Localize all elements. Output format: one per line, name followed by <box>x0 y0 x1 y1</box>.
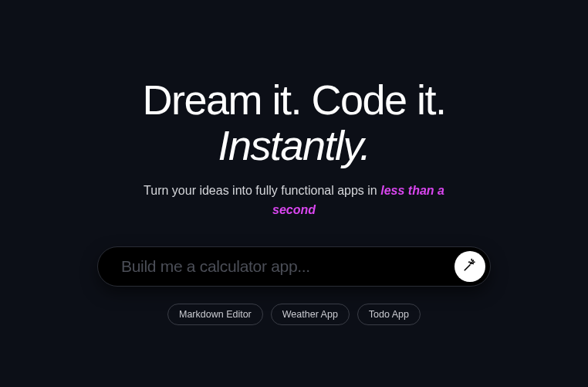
chip-weather-app[interactable]: Weather App <box>271 304 350 325</box>
prompt-bar[interactable] <box>97 246 491 287</box>
chip-todo-app[interactable]: Todo App <box>357 304 421 325</box>
headline-line-2: Instantly. <box>142 123 445 168</box>
headline-line-1: Dream it. Code it. <box>142 76 445 123</box>
subline-text: Turn your ideas into fully functional ap… <box>144 184 380 197</box>
page-title: Dream it. Code it. Instantly. <box>142 77 445 168</box>
magic-wand-icon <box>463 258 477 274</box>
chip-markdown-editor[interactable]: Markdown Editor <box>167 304 263 325</box>
subline: Turn your ideas into fully functional ap… <box>140 182 448 220</box>
submit-button[interactable] <box>455 251 485 282</box>
prompt-input[interactable] <box>121 257 455 276</box>
hero-container: Dream it. Code it. Instantly. Turn your … <box>0 62 588 324</box>
suggestion-chips: Markdown Editor Weather App Todo App <box>167 304 421 325</box>
